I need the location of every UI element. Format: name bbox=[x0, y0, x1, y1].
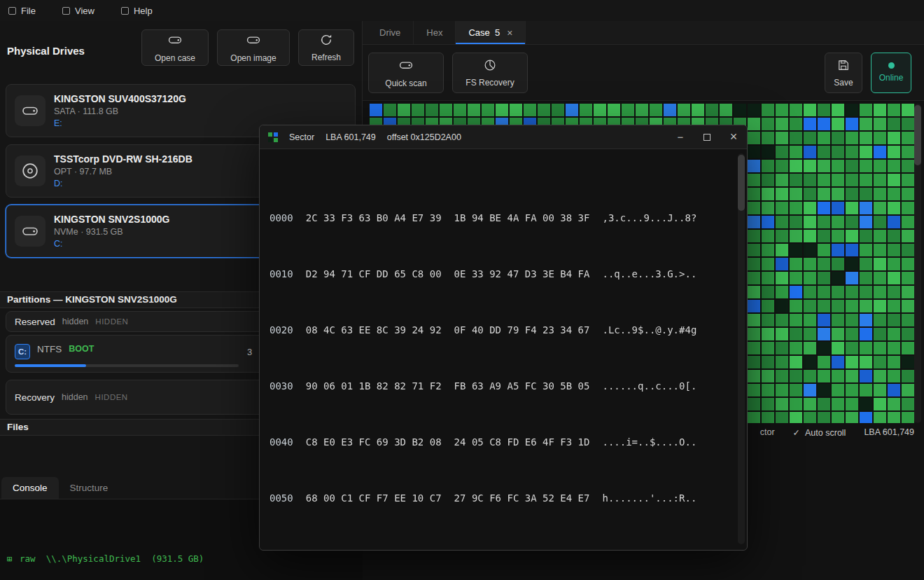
tab-drive[interactable]: Drive bbox=[367, 21, 414, 44]
tab-case-label: Case 5 bbox=[468, 27, 500, 38]
partition-size-fragment: 3 bbox=[247, 347, 252, 357]
hex-bytes-left: 90 06 01 1B 82 82 71 F2 bbox=[306, 380, 442, 392]
save-label: Save bbox=[834, 78, 853, 88]
hex-bytes-left: A0 21 47 CD 93 93 8F 5A bbox=[306, 548, 442, 550]
hex-offset: 0040 bbox=[270, 436, 293, 448]
hex-bytes-right: 24 05 C8 FD E6 4F F3 1D bbox=[454, 436, 590, 448]
maximize-button[interactable] bbox=[694, 125, 720, 149]
hex-bytes-right: 5E 47 18 F9 C1 38 E7 8F bbox=[454, 548, 590, 550]
hex-row: 0040C8 E0 E3 FC 69 3D B2 0824 05 C8 FD E… bbox=[270, 435, 732, 449]
partition-name: Reserved bbox=[15, 317, 55, 327]
hex-ascii: h.......'...:R.. bbox=[602, 492, 696, 504]
hex-ascii: ....i=..$....O.. bbox=[602, 436, 696, 448]
quick-scan-button[interactable]: Quick scan bbox=[368, 53, 444, 93]
hex-row: 0060A0 21 47 CD 93 93 8F 5A5E 47 18 F9 C… bbox=[270, 547, 732, 550]
check-icon: ✓ bbox=[793, 428, 800, 438]
hex-bytes-right: 0E 33 92 47 D3 3E B4 FA bbox=[454, 268, 590, 279]
open-case-button[interactable]: Open case bbox=[141, 29, 209, 66]
map-scrollbar[interactable] bbox=[914, 104, 921, 423]
drive-letter: E: bbox=[54, 118, 186, 128]
drive-name: KINGSTON SUV400S37120G bbox=[54, 93, 186, 104]
fs-recovery-label: FS Recovery bbox=[465, 78, 514, 88]
sector-map-icon bbox=[268, 132, 278, 142]
app-window: File View Help Physical Drives Open case… bbox=[0, 0, 924, 580]
online-label: Online bbox=[879, 73, 904, 83]
hex-offset: 0030 bbox=[270, 380, 293, 392]
menu-item[interactable]: View bbox=[62, 6, 94, 16]
partition-hidden-badge: HIDDEN bbox=[95, 317, 128, 326]
fs-recovery-button[interactable]: FS Recovery bbox=[452, 53, 528, 93]
tab-drive-label: Drive bbox=[379, 27, 400, 38]
hex-offset: 0010 bbox=[270, 268, 293, 279]
sector-window: Sector LBA 601,749 offset 0x125D2A00 − ×… bbox=[259, 125, 748, 551]
menu-item[interactable]: Help bbox=[121, 6, 153, 16]
refresh-button[interactable]: Refresh bbox=[298, 29, 354, 66]
refresh-icon bbox=[319, 33, 333, 49]
hex-bytes-left: 08 4C 63 EE 8C 39 24 92 bbox=[306, 324, 442, 336]
partition-hidden-label: hidden bbox=[62, 392, 88, 402]
hex-ascii: ......q..c...0[. bbox=[602, 380, 696, 392]
drive-icon bbox=[246, 32, 261, 50]
drive-name: KINGSTON SNV2S1000G bbox=[54, 214, 169, 225]
status-text-fragment: ctor bbox=[760, 427, 775, 437]
hex-offset: 0060 bbox=[270, 548, 293, 550]
tab-console[interactable]: Console bbox=[1, 477, 59, 499]
pie-chart-icon bbox=[483, 58, 497, 74]
open-case-label: Open case bbox=[155, 53, 195, 63]
hex-bytes-right: FB 63 A9 A5 FC 30 5B 05 bbox=[454, 380, 590, 392]
window-title-lba: LBA 601,749 bbox=[326, 132, 376, 142]
menu-item-icon bbox=[62, 7, 70, 15]
menu-item-label: Help bbox=[134, 6, 153, 16]
menu-item[interactable]: File bbox=[8, 6, 36, 16]
hex-scrollbar[interactable] bbox=[738, 153, 745, 544]
hex-row: 0010D2 94 71 CF DD 65 C8 000E 33 92 47 D… bbox=[270, 267, 732, 281]
hex-offset: 0050 bbox=[270, 492, 293, 504]
save-button[interactable]: Save bbox=[825, 53, 862, 93]
tab-hex-label: Hex bbox=[426, 27, 442, 38]
hex-bytes-left: 68 00 C1 CF F7 EE 10 C7 bbox=[306, 492, 442, 504]
close-button[interactable]: × bbox=[720, 125, 747, 149]
partition-letter-badge: C: bbox=[15, 344, 30, 359]
drive-letter: C: bbox=[54, 239, 169, 249]
tab-close-icon[interactable]: × bbox=[507, 27, 512, 39]
map-scrollbar-thumb[interactable] bbox=[914, 105, 921, 165]
hex-offset: 0020 bbox=[270, 324, 293, 336]
hex-bytes-right: 1B 94 BE 4A FA 00 38 3F bbox=[454, 212, 590, 223]
menu-item-label: View bbox=[75, 6, 94, 16]
drive-letter: D: bbox=[54, 179, 192, 188]
maximize-icon bbox=[704, 134, 710, 141]
tab-structure[interactable]: Structure bbox=[59, 477, 120, 499]
hex-row: 002008 4C 63 EE 8C 39 24 920F 40 DD 79 F… bbox=[270, 323, 732, 337]
window-title-offset: offset 0x125D2A00 bbox=[387, 132, 461, 142]
hex-bytes-left: 2C 33 F3 63 B0 A4 E7 39 bbox=[306, 212, 442, 223]
window-controls: − × bbox=[667, 125, 747, 149]
hex-bytes-right: 27 9C F6 FC 3A 52 E4 E7 bbox=[454, 492, 590, 504]
minimize-button[interactable]: − bbox=[667, 125, 694, 149]
drive-icon bbox=[167, 32, 183, 50]
menu-item-icon bbox=[121, 7, 129, 15]
online-button[interactable]: Online bbox=[871, 53, 911, 93]
console-line-text: raw \\.\PhysicalDrive1 (931.5 GB) bbox=[20, 553, 204, 564]
drive-toolbar: Open case Open image Refresh bbox=[141, 29, 354, 66]
sector-window-titlebar[interactable]: Sector LBA 601,749 offset 0x125D2A00 − × bbox=[260, 125, 747, 149]
save-icon bbox=[836, 58, 850, 74]
autoscroll-toggle[interactable]: ✓ Auto scroll bbox=[793, 427, 846, 438]
drive-name: TSSTcorp DVD-RW SH-216DB bbox=[54, 153, 192, 165]
drive-subtitle: SATA · 111.8 GB bbox=[54, 106, 186, 116]
partition-hidden-badge: HIDDEN bbox=[95, 393, 128, 401]
partition-progress-fill bbox=[15, 364, 86, 367]
hex-offset: 0000 bbox=[270, 212, 293, 223]
hex-row: 00002C 33 F3 63 B0 A4 E7 391B 94 BE 4A F… bbox=[270, 211, 732, 225]
hex-ascii: .Lc..9$..@.y.#4g bbox=[602, 324, 696, 336]
partition-usage-bar bbox=[15, 364, 239, 367]
hex-scrollbar-thumb[interactable] bbox=[738, 155, 745, 211]
window-title-name: Sector bbox=[289, 132, 314, 142]
tab-hex[interactable]: Hex bbox=[414, 21, 456, 44]
tab-case-5[interactable]: Case 5 × bbox=[456, 21, 526, 44]
menu-item-icon bbox=[8, 7, 16, 15]
open-image-button[interactable]: Open image bbox=[217, 29, 290, 66]
hex-row: 003090 06 01 1B 82 82 71 F2FB 63 A9 A5 F… bbox=[270, 379, 732, 393]
drive-icon bbox=[398, 57, 414, 75]
hdd-icon bbox=[15, 95, 46, 126]
case-toolbar: Quick scan FS Recovery Save Online bbox=[363, 45, 924, 101]
